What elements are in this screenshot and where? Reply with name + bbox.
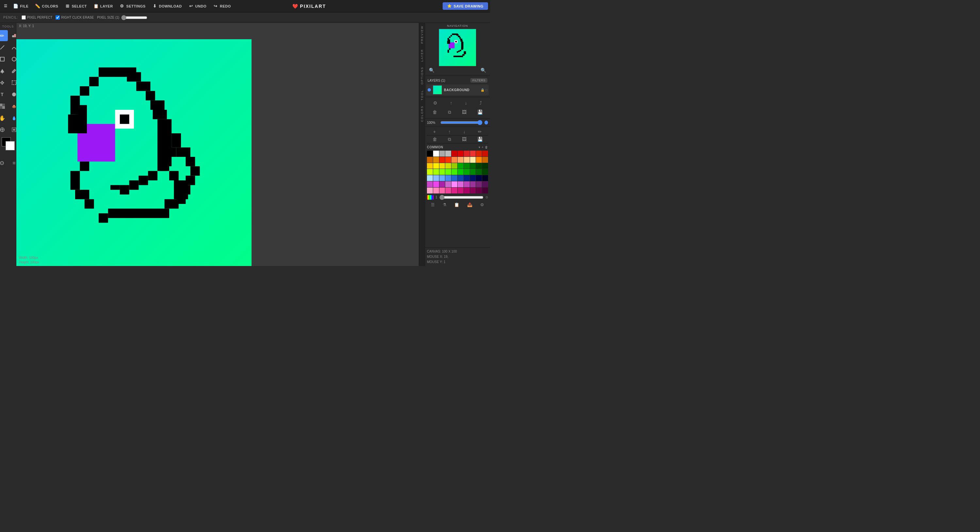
color-swatch[interactable] [482, 175, 488, 181]
color-swatch[interactable] [445, 169, 451, 175]
menu-item-redo[interactable]: ↪ REDO [210, 2, 234, 10]
color-swatch[interactable] [482, 188, 488, 193]
color-swatch[interactable] [445, 175, 451, 181]
pixel-perfect-checkbox[interactable]: PIXEL PERFECT [22, 15, 52, 20]
background-color[interactable] [6, 141, 15, 150]
color-swatch[interactable] [427, 169, 433, 175]
color-swatch[interactable] [445, 157, 451, 163]
color-swatch[interactable] [439, 169, 445, 175]
color-swatch[interactable] [439, 182, 445, 187]
transform-tool[interactable] [0, 124, 8, 135]
color-swatch[interactable] [452, 188, 457, 193]
color-swatch[interactable] [464, 182, 470, 187]
pixel-size-slider[interactable] [121, 15, 147, 20]
color-swatch[interactable] [458, 182, 463, 187]
color-swatch[interactable] [470, 163, 476, 169]
layer-lock-icon[interactable]: 🔒 [480, 88, 484, 92]
layer-item-background[interactable]: BACKGROUND 🔒 □ [426, 84, 489, 96]
color-swatch[interactable] [439, 175, 445, 181]
color-down-button[interactable]: ↓ [463, 129, 466, 134]
line-tool[interactable] [0, 42, 8, 53]
hamburger-button[interactable]: ☰ [2, 3, 10, 10]
color-up-button[interactable]: ↑ [448, 129, 450, 134]
color-swatch[interactable] [476, 175, 482, 181]
color-swatch[interactable] [470, 157, 476, 163]
color-swatch[interactable] [470, 151, 476, 156]
bottom-tool-1[interactable] [0, 158, 8, 169]
zoom-out-button[interactable]: 🔍 [429, 68, 434, 73]
menu-item-layer[interactable]: 📋 LAYER [91, 2, 116, 10]
settings-export-button[interactable]: ⤴ [479, 100, 482, 106]
palette-list-button[interactable]: ☰ [431, 202, 435, 207]
settings-save-button[interactable]: 💾 [477, 109, 484, 116]
color-swatch[interactable] [464, 157, 470, 163]
rainbow-button[interactable] [427, 195, 433, 200]
color-swatch[interactable] [476, 157, 482, 163]
color-edit-button[interactable]: ✏ [478, 129, 482, 134]
palette-delete-button[interactable]: 🗑 [485, 145, 488, 149]
color-swatch[interactable] [482, 163, 488, 169]
rect-outline-tool[interactable] [0, 54, 8, 65]
color-swatch[interactable] [445, 188, 451, 193]
color-swatch[interactable] [452, 151, 457, 156]
color-swatch[interactable] [439, 163, 445, 169]
color-swatch[interactable] [482, 157, 488, 163]
hand-tool[interactable]: ✋ [0, 112, 8, 124]
color-swatch[interactable] [433, 151, 439, 156]
save-color-button[interactable]: 💾 [477, 137, 483, 142]
settings-down-button[interactable]: ↓ [464, 100, 468, 106]
color-swatch[interactable] [433, 182, 439, 187]
color-swatch[interactable] [470, 169, 476, 175]
menu-item-download[interactable]: ⬇ DOWNLOAD [150, 2, 185, 10]
color-swatch[interactable] [464, 175, 470, 181]
color-swatch[interactable] [470, 175, 476, 181]
color-swatch[interactable] [464, 163, 470, 169]
delete-color-button[interactable]: 🗑 [433, 137, 437, 142]
palette-settings-button[interactable]: ⚙ [480, 202, 484, 207]
color-swatch[interactable] [458, 188, 463, 193]
image-color-button[interactable]: 🖼 [462, 137, 466, 142]
pixel-perfect-input[interactable] [22, 15, 26, 20]
color-swatch[interactable] [482, 151, 488, 156]
settings-image-button[interactable]: 🖼 [461, 109, 467, 116]
menu-item-undo[interactable]: ↩ UNDO [186, 2, 209, 10]
color-swatch[interactable] [452, 175, 457, 181]
color-swatch[interactable] [439, 157, 445, 163]
color-swatch[interactable] [433, 157, 439, 163]
right-click-erase-checkbox[interactable]: RIGHT CLICK ERASE [56, 15, 94, 20]
pencil-tool[interactable]: ✏ [0, 30, 8, 41]
color-swatch[interactable] [445, 163, 451, 169]
add-color-button[interactable]: + [433, 129, 436, 134]
menu-item-colors[interactable]: ✏️ COLORS [32, 2, 61, 10]
color-swatch[interactable] [427, 151, 433, 156]
color-swatch[interactable] [482, 182, 488, 187]
right-click-erase-input[interactable] [56, 15, 60, 20]
color-swatch[interactable] [458, 163, 463, 169]
palette-expand-icon[interactable]: ▾ [479, 145, 480, 149]
palette-file-button[interactable]: 📋 [454, 202, 459, 207]
color-swatch[interactable] [433, 169, 439, 175]
pattern-tool[interactable] [0, 100, 8, 112]
menu-item-file[interactable]: 📄 FILE [11, 2, 31, 10]
color-swatch[interactable] [476, 182, 482, 187]
settings-gear-button[interactable]: ⚙ [433, 100, 438, 106]
color-swatch[interactable] [433, 175, 439, 181]
palette-add-button[interactable]: + [482, 145, 484, 149]
color-swatch[interactable] [427, 163, 433, 169]
settings-up-button[interactable]: ↑ [449, 100, 453, 106]
color-swatch[interactable] [470, 188, 476, 193]
settings-copy-button[interactable]: ⧉ [447, 109, 452, 116]
color-swatch[interactable] [482, 169, 488, 175]
color-swatch[interactable] [464, 151, 470, 156]
fill-bucket-tool[interactable] [0, 65, 8, 76]
zoom-in-button[interactable]: 🔍 [480, 68, 486, 73]
color-swatch[interactable] [458, 157, 463, 163]
move-tool[interactable]: ✥ [0, 77, 8, 88]
color-swatch[interactable] [464, 169, 470, 175]
color-swatch[interactable] [427, 157, 433, 163]
layer-visibility-dot[interactable] [428, 88, 431, 91]
layer-visible-icon[interactable]: □ [485, 88, 487, 92]
color-swatch[interactable] [433, 188, 439, 193]
color-swatch[interactable] [470, 182, 476, 187]
color-swatch[interactable] [458, 169, 463, 175]
